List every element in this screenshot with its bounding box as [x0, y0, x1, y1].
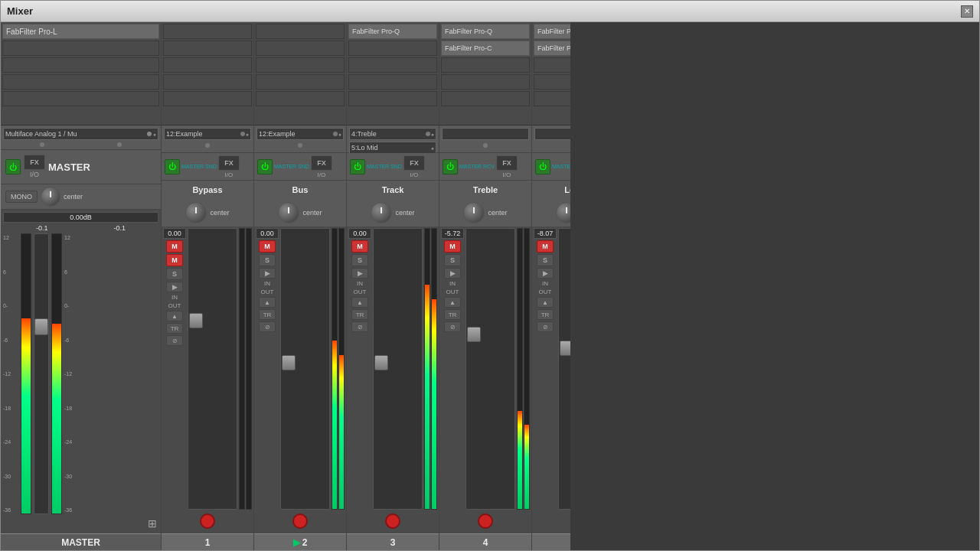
ch5-fader-handle[interactable]: [560, 341, 570, 356]
ch1-plugin-2[interactable]: [163, 41, 252, 56]
ch5-solo-button[interactable]: S: [537, 254, 554, 266]
ch5-plugin-5[interactable]: [534, 91, 570, 106]
ch4-tr-button2[interactable]: TR: [444, 309, 461, 320]
ch5-plugin-2[interactable]: FabFilter Pro-C: [534, 41, 570, 56]
ch1-tr-button[interactable]: ▲: [166, 311, 183, 321]
ch1-plugin-4[interactable]: [163, 74, 252, 90]
ch3-tr-button2[interactable]: TR: [351, 309, 368, 320]
ch4-fader-strip[interactable]: [466, 228, 515, 510]
master-fx-button[interactable]: FX: [24, 155, 45, 170]
ch5-fader-strip[interactable]: [558, 228, 570, 510]
ch2-tr-button[interactable]: ▲: [259, 297, 276, 308]
ch2-solo-button[interactable]: S: [259, 254, 276, 266]
ch5-io-select[interactable]: [534, 128, 570, 140]
ch4-null-button[interactable]: ⊘: [444, 321, 461, 332]
ch1-power-button[interactable]: ⏻: [165, 159, 180, 174]
ch2-pan-knob[interactable]: [278, 202, 299, 223]
master-plugin-4[interactable]: [2, 74, 159, 90]
master-plugin-5[interactable]: [2, 91, 159, 106]
ch3-fader-strip[interactable]: [373, 228, 423, 510]
ch1-pan-knob[interactable]: [185, 202, 207, 223]
ch4-tr-button[interactable]: ▲: [444, 297, 461, 308]
ch5-mute-button[interactable]: M: [537, 240, 554, 253]
ch2-plugin-4[interactable]: [256, 74, 345, 90]
ch3-tr-button[interactable]: ▲: [351, 297, 368, 308]
ch3-fx-button[interactable]: FX: [403, 155, 425, 171]
ch2-fx-button[interactable]: FX: [311, 155, 332, 171]
ch1-record-button[interactable]: [200, 514, 215, 529]
master-fader[interactable]: [34, 233, 49, 514]
ch1-solo-button[interactable]: S: [166, 268, 183, 280]
ch5-plugin-1[interactable]: FabFilter Pro-Q: [534, 24, 570, 39]
ch1-fader-handle[interactable]: [189, 313, 203, 328]
mixer-icon[interactable]: ⊞: [3, 516, 158, 531]
ch1-plugin-3[interactable]: [163, 57, 252, 73]
ch2-mute-button[interactable]: M: [259, 240, 276, 253]
ch4-fader-handle[interactable]: [467, 327, 481, 342]
ch5-null-button[interactable]: ⊘: [537, 321, 554, 332]
master-pan-knob[interactable]: [41, 187, 60, 207]
master-power-button[interactable]: ⏻: [5, 159, 21, 174]
master-fader-handle[interactable]: [34, 318, 48, 335]
ch4-mute-button[interactable]: M: [444, 240, 461, 253]
ch3-plugin-1[interactable]: FabFilter Pro-Q: [348, 24, 437, 39]
ch2-play-button[interactable]: ▶: [259, 268, 276, 279]
ch4-record-button[interactable]: [478, 514, 493, 529]
ch4-plugin-3[interactable]: [441, 57, 530, 73]
ch2-plugin-3[interactable]: [256, 57, 345, 73]
ch1-plugin-5[interactable]: [163, 91, 252, 106]
ch2-null-button[interactable]: ⊘: [259, 321, 276, 332]
close-button[interactable]: ✕: [961, 5, 973, 18]
ch5-pan-knob[interactable]: [556, 202, 570, 223]
ch3-fader-handle[interactable]: [374, 355, 388, 370]
ch5-play-button[interactable]: ▶: [537, 268, 554, 279]
ch3-plugin-5[interactable]: [348, 91, 437, 106]
ch3-io2-select[interactable]: 5:Lo Mid●: [349, 142, 436, 154]
ch1-fx-button[interactable]: FX: [218, 155, 240, 171]
ch5-plugin-3[interactable]: [534, 57, 570, 73]
master-plugin-2[interactable]: [2, 41, 159, 56]
ch1-play-button[interactable]: ▶: [166, 282, 183, 292]
ch4-fx-button[interactable]: FX: [496, 155, 518, 171]
ch3-record-button[interactable]: [385, 514, 400, 529]
master-plugin-3[interactable]: [2, 57, 159, 73]
ch1-null-button[interactable]: ⊘: [166, 335, 183, 346]
ch3-power-button[interactable]: ⏻: [350, 159, 365, 174]
ch4-play-button[interactable]: ▶: [444, 268, 461, 279]
ch4-plugin-2[interactable]: FabFilter Pro-C: [441, 41, 530, 56]
ch3-pan-knob[interactable]: [371, 202, 392, 223]
ch2-tr-button2[interactable]: TR: [259, 309, 276, 320]
ch3-play-button[interactable]: ▶: [351, 268, 368, 279]
ch2-fader-handle[interactable]: [282, 355, 296, 370]
ch2-record-button[interactable]: [292, 514, 308, 529]
ch5-power-button[interactable]: ⏻: [535, 159, 550, 174]
ch4-solo-button[interactable]: S: [444, 254, 461, 266]
ch5-tr-button[interactable]: ▲: [537, 297, 554, 308]
ch4-plugin-5[interactable]: [441, 91, 530, 106]
master-plugin-1[interactable]: FabFilter Pro-L: [2, 24, 159, 39]
ch5-tr-button2[interactable]: TR: [537, 309, 554, 320]
ch3-solo-button[interactable]: S: [351, 254, 368, 266]
ch2-power-button[interactable]: ⏻: [257, 159, 273, 174]
ch4-pan-knob[interactable]: [463, 202, 485, 223]
ch4-plugin-4[interactable]: [441, 74, 530, 90]
ch3-plugin-3[interactable]: [348, 57, 437, 73]
ch1-io-select[interactable]: 12:Example ●: [164, 128, 251, 140]
ch4-io-select[interactable]: [442, 128, 529, 140]
ch3-plugin-2[interactable]: [348, 41, 437, 56]
ch1-fader-strip[interactable]: [188, 228, 237, 510]
ch3-mute-button[interactable]: M: [351, 240, 368, 253]
ch3-null-button[interactable]: ⊘: [351, 321, 368, 332]
ch1-tr-button2[interactable]: TR: [166, 323, 183, 334]
ch1-mute-button[interactable]: M: [166, 240, 183, 253]
ch2-plugin-5[interactable]: [256, 91, 345, 106]
ch4-power-button[interactable]: ⏻: [443, 159, 458, 174]
ch3-plugin-4[interactable]: [348, 74, 437, 90]
ch2-fader-strip[interactable]: [280, 228, 330, 510]
ch4-plugin-1[interactable]: FabFilter Pro-Q: [441, 24, 530, 39]
ch5-plugin-4[interactable]: [534, 74, 570, 90]
ch2-io-select[interactable]: 12:Example ●: [256, 128, 344, 140]
master-io-select[interactable]: Multiface Analog 1 / Mu ●: [3, 128, 158, 140]
ch2-plugin-2[interactable]: [256, 41, 345, 56]
ch2-plugin-1[interactable]: [256, 24, 345, 39]
